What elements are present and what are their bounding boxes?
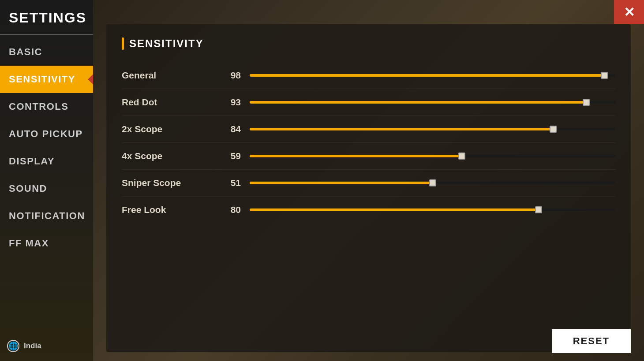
slider-bg-general (250, 74, 615, 77)
sidebar-item-basic[interactable]: BASIC (0, 38, 93, 66)
sidebar: SETTINGS BASIC SENSITIVITY CONTROLS AUTO… (0, 0, 93, 361)
sidebar-item-controls[interactable]: CONTROLS (0, 93, 93, 120)
slider-bg-sniper-scope (250, 182, 615, 184)
section-title: SENSITIVITY (129, 37, 204, 50)
slider-bg-red-dot (250, 101, 615, 104)
section-header: SENSITIVITY (122, 37, 615, 50)
slider-thumb-4x-scope[interactable] (458, 153, 465, 160)
slider-row-free-look: Free Look 80 (122, 197, 615, 223)
slider-row-red-dot: Red Dot 93 (122, 89, 615, 116)
sidebar-item-notification[interactable]: NOTIFICATION (0, 202, 93, 230)
sidebar-item-auto-pickup[interactable]: AUTO PICKUP (0, 120, 93, 148)
region-selector[interactable]: 🌐 India (7, 340, 41, 352)
globe-icon: 🌐 (7, 340, 19, 352)
slider-label-4x-scope: 4x Scope (122, 151, 219, 161)
slider-thumb-free-look[interactable] (535, 206, 542, 213)
slider-thumb-red-dot[interactable] (583, 99, 590, 106)
slider-value-2x-scope: 84 (219, 124, 241, 134)
slider-label-free-look: Free Look (122, 205, 219, 215)
slider-label-2x-scope: 2x Scope (122, 124, 219, 134)
slider-bg-free-look (250, 208, 615, 211)
slider-value-4x-scope: 59 (219, 151, 241, 161)
region-label: India (24, 342, 41, 350)
slider-label-general: General (122, 70, 219, 81)
slider-fill-red-dot (250, 101, 586, 104)
close-icon: ✕ (624, 6, 635, 19)
slider-fill-general (250, 74, 604, 77)
slider-label-sniper-scope: Sniper Scope (122, 178, 219, 188)
slider-track-general[interactable] (250, 71, 615, 80)
sidebar-item-display[interactable]: DISPLAY (0, 148, 93, 175)
sidebar-item-ff-max[interactable]: FF MAX (0, 230, 93, 257)
slider-track-free-look[interactable] (250, 205, 615, 214)
slider-thumb-2x-scope[interactable] (550, 126, 557, 133)
slider-bg-4x-scope (250, 155, 615, 157)
slider-track-2x-scope[interactable] (250, 125, 615, 134)
slider-value-free-look: 80 (219, 205, 241, 215)
slider-value-general: 98 (219, 70, 241, 81)
main-content: ✕ SENSITIVITY General 98 Red Dot 93 (93, 0, 644, 361)
slider-label-red-dot: Red Dot (122, 97, 219, 108)
slider-value-red-dot: 93 (219, 97, 241, 108)
section-bar (122, 37, 124, 50)
slider-track-sniper-scope[interactable] (250, 179, 615, 187)
slider-fill-sniper-scope (250, 182, 433, 184)
sidebar-divider (0, 34, 93, 35)
settings-title: SETTINGS (0, 0, 93, 34)
sidebar-item-sound[interactable]: SOUND (0, 175, 93, 202)
slider-track-4x-scope[interactable] (250, 152, 615, 160)
slider-row-2x-scope: 2x Scope 84 (122, 116, 615, 143)
slider-value-sniper-scope: 51 (219, 178, 241, 188)
slider-fill-free-look (250, 208, 539, 211)
slider-track-red-dot[interactable] (250, 98, 615, 107)
settings-panel: SENSITIVITY General 98 Red Dot 93 (106, 24, 631, 352)
slider-fill-4x-scope (250, 155, 462, 157)
slider-row-general: General 98 (122, 62, 615, 89)
slider-row-4x-scope: 4x Scope 59 (122, 143, 615, 170)
slider-thumb-general[interactable] (601, 72, 608, 79)
sidebar-item-sensitivity[interactable]: SENSITIVITY (0, 66, 93, 93)
slider-fill-2x-scope (250, 128, 553, 130)
slider-row-sniper-scope: Sniper Scope 51 (122, 170, 615, 197)
slider-bg-2x-scope (250, 128, 615, 130)
slider-thumb-sniper-scope[interactable] (429, 179, 436, 186)
close-button[interactable]: ✕ (614, 0, 644, 24)
reset-button[interactable]: RESET (552, 329, 631, 353)
